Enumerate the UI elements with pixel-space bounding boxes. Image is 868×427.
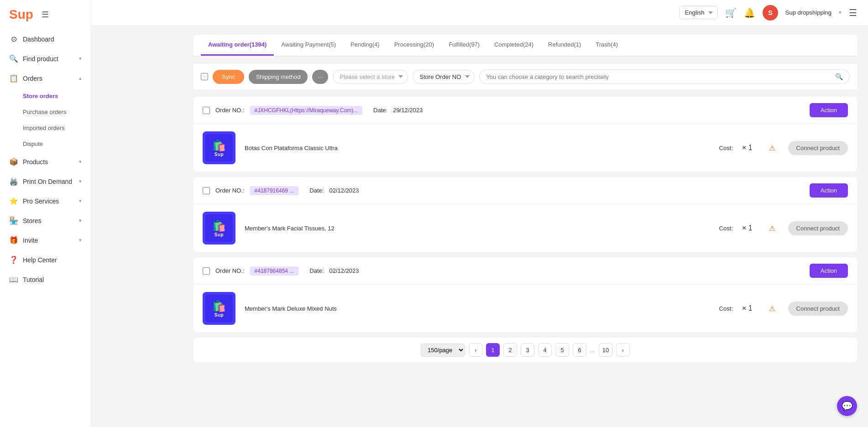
hamburger-icon[interactable]: ☰ xyxy=(42,10,49,20)
info-icon-2[interactable]: ⚠ xyxy=(769,224,775,233)
page-2-button[interactable]: 2 xyxy=(503,343,517,357)
order-no-badge-3: #4187864854 ... xyxy=(250,266,299,276)
sidebar-item-products[interactable]: 📦 Products ▾ xyxy=(0,152,91,172)
product-cost-label-2: Cost: xyxy=(719,225,733,232)
products-icon: 📦 xyxy=(9,157,18,166)
page-size-select[interactable]: 150/page xyxy=(421,344,465,357)
sidebar-item-pro-services[interactable]: ⭐ Pro Services ▾ xyxy=(0,191,91,211)
order-3-checkbox[interactable] xyxy=(203,267,210,275)
order-date-label-3: Date: xyxy=(309,267,324,274)
sidebar-item-print-on-demand[interactable]: 🖨️ Print On Demand ▾ xyxy=(0,172,91,191)
sidebar-item-label: Orders xyxy=(23,75,42,82)
tab-completed[interactable]: Completed(24) xyxy=(487,35,541,56)
sidebar-item-purchase-orders[interactable]: Purchase orders xyxy=(0,104,91,120)
sidebar-item-label: Dashboard xyxy=(23,36,54,43)
sidebar-logo: Sup ☰ xyxy=(0,0,91,29)
cart-icon[interactable]: 🛒 xyxy=(725,8,737,18)
order-no-label-1: Order NO.: xyxy=(215,107,245,114)
page-3-button[interactable]: 3 xyxy=(521,343,534,357)
app-logo: Sup xyxy=(9,7,33,22)
search-icon[interactable]: 🔍 xyxy=(835,73,843,80)
tab-awaiting-order[interactable]: Awaiting order(1394) xyxy=(201,35,274,56)
page-10-button[interactable]: 10 xyxy=(599,343,612,357)
sidebar-item-label: Print On Demand xyxy=(23,178,72,185)
sidebar-item-label: Find product xyxy=(23,55,58,62)
chat-icon: 💬 xyxy=(842,401,853,411)
orders-icon: 📋 xyxy=(9,74,18,83)
order-2-checkbox[interactable] xyxy=(203,187,210,194)
sup-logo-thumb: Sup xyxy=(214,312,224,318)
search-box: 🔍 xyxy=(479,69,850,84)
sidebar-item-store-orders[interactable]: Store orders xyxy=(0,88,91,104)
chevron-up-icon: ▴ xyxy=(79,75,82,81)
chat-widget[interactable]: 💬 xyxy=(837,396,857,416)
prev-page-button[interactable]: ‹ xyxy=(469,343,482,357)
order-date-label-1: Date: xyxy=(373,107,387,114)
tab-awaiting-payment[interactable]: Awaiting Payment(5) xyxy=(274,35,343,56)
order-type-select[interactable]: Store Order NO xyxy=(413,70,475,84)
product-cost-value-3: × 1 xyxy=(742,304,753,312)
tab-refunded[interactable]: Refunded(1) xyxy=(541,35,588,56)
chevron-down-icon: ▾ xyxy=(79,159,82,165)
topbar-menu-icon[interactable]: ☰ xyxy=(849,7,857,18)
action-button-2[interactable]: Action xyxy=(810,183,848,198)
product-thumb-inner-3: 🛍️ Sup xyxy=(205,295,233,322)
order-body-3: 🛍️ Sup Member's Mark Deluxe Mixed Nuts C… xyxy=(193,285,857,332)
connect-product-button-1[interactable]: Connect product xyxy=(788,141,848,155)
print-icon: 🖨️ xyxy=(9,177,18,186)
sup-logo-thumb: Sup xyxy=(214,232,224,237)
order-card-2: Order NO.: #4187916469 ... Date: 02/12/2… xyxy=(193,177,857,252)
action-button-3[interactable]: Action xyxy=(810,264,848,278)
sidebar-item-stores[interactable]: 🏪 Stores ▾ xyxy=(0,211,91,230)
search-input[interactable] xyxy=(486,73,835,80)
sidebar: Sup ☰ ⊙ Dashboard 🔍 Find product ▾ 📋 Ord… xyxy=(0,0,91,427)
tab-fulfilled[interactable]: Fulfilled(97) xyxy=(441,35,487,56)
shipping-method-button[interactable]: Shipping method xyxy=(249,70,308,84)
language-select[interactable]: English xyxy=(679,6,718,19)
product-cost-label-3: Cost: xyxy=(719,305,733,312)
next-page-button[interactable]: › xyxy=(616,343,630,357)
page-5-button[interactable]: 5 xyxy=(555,343,569,357)
tab-processing[interactable]: Processing(20) xyxy=(387,35,441,56)
cart-container: 🛒 xyxy=(725,7,737,18)
tab-pending[interactable]: Pending(4) xyxy=(343,35,387,56)
page-6-button[interactable]: 6 xyxy=(573,343,586,357)
page-1-button[interactable]: 1 xyxy=(486,343,500,357)
info-icon-3[interactable]: ⚠ xyxy=(769,304,775,313)
connect-product-button-3[interactable]: Connect product xyxy=(788,302,848,316)
order-1-checkbox[interactable] xyxy=(203,107,210,114)
page-4-button[interactable]: 4 xyxy=(538,343,552,357)
info-icon-1[interactable]: ⚠ xyxy=(769,144,775,152)
toolbar: Sync Shipping method ··· Please select a… xyxy=(193,64,857,89)
order-date-value-2: 02/12/2023 xyxy=(329,187,359,194)
sidebar-item-label: Help Center xyxy=(23,256,57,264)
sync-button[interactable]: Sync xyxy=(213,70,244,84)
sidebar-sub-label: Store orders xyxy=(23,93,58,99)
store-select[interactable]: Please select a store xyxy=(333,70,408,84)
bag-icon: 🛍️ xyxy=(212,139,226,152)
order-header-3: Order NO.: #4187864854 ... Date: 02/12/2… xyxy=(193,257,857,285)
sidebar-sub-label: Dispute xyxy=(23,141,43,147)
notification-icon[interactable]: 🔔 xyxy=(744,7,755,18)
sidebar-item-orders[interactable]: 📋 Orders ▴ xyxy=(0,68,91,88)
sidebar-item-dashboard[interactable]: ⊙ Dashboard xyxy=(0,29,91,49)
sidebar-item-dispute[interactable]: Dispute xyxy=(0,136,91,152)
topbar: English 🛒 🔔 S Sup dropshipping ▾ ☰ xyxy=(91,0,868,26)
connect-product-button-2[interactable]: Connect product xyxy=(788,221,848,235)
sidebar-item-tutorial[interactable]: 📖 Tutorial xyxy=(0,270,91,289)
user-avatar[interactable]: S xyxy=(763,5,778,21)
sidebar-item-invite[interactable]: 🎁 Invite ▾ xyxy=(0,230,91,250)
select-all-checkbox[interactable] xyxy=(201,73,208,80)
action-button-1[interactable]: Action xyxy=(810,103,848,117)
sidebar-item-label: Invite xyxy=(23,237,38,244)
product-name-1: Botas Con Plataforma Classic Ultra xyxy=(245,145,710,151)
user-name[interactable]: Sup dropshipping xyxy=(785,9,831,16)
sidebar-item-find-product[interactable]: 🔍 Find product ▾ xyxy=(0,49,91,68)
order-date-value-1: 29/12/2023 xyxy=(393,107,423,114)
help-icon: ❓ xyxy=(9,255,18,264)
sidebar-item-help-center[interactable]: ❓ Help Center xyxy=(0,250,91,270)
tabs-bar: Awaiting order(1394) Awaiting Payment(5)… xyxy=(193,35,857,57)
sidebar-item-imported-orders[interactable]: Imported orders xyxy=(0,120,91,136)
tab-trash[interactable]: Trash(4) xyxy=(588,35,625,56)
more-button[interactable]: ··· xyxy=(312,70,328,84)
